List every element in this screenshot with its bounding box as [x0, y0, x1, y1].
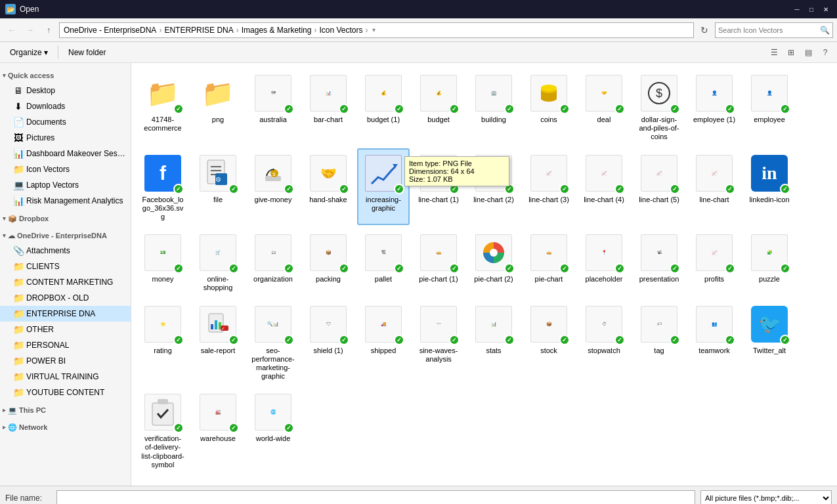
file-item-profits[interactable]: 📈 profits: [688, 228, 740, 296]
back-button[interactable]: ←: [4, 22, 20, 38]
file-item-shipped[interactable]: 🚚 shipped: [357, 299, 410, 385]
sidebar-item-attachments[interactable]: 📎 Attachments: [0, 243, 131, 259]
file-item-line-chart[interactable]: 📈 line-chart: [688, 148, 740, 226]
file-item-organization[interactable]: 🗂 organization: [247, 228, 299, 296]
sidebar-item-content-marketing[interactable]: 📁 CONTENT MARKETING: [0, 274, 131, 290]
file-item-stopwatch[interactable]: ⏱ stopwatch: [578, 299, 630, 385]
search-input[interactable]: [718, 26, 817, 34]
path-onedrive[interactable]: OneDrive - EnterpriseDNA: [64, 26, 156, 35]
file-item-puzzle[interactable]: 🧩 puzzle: [743, 228, 796, 296]
path-icon-vectors[interactable]: Icon Vectors: [319, 26, 362, 35]
address-path[interactable]: OneDrive - EnterpriseDNA › ENTERPRISE DN…: [59, 22, 694, 38]
file-item-verification[interactable]: verification-of-delivery-list-clipboard-…: [137, 387, 189, 473]
file-item-money[interactable]: 💵 money: [137, 228, 189, 296]
file-item-sale-report[interactable]: ✓ sale-report: [192, 299, 244, 385]
file-item-building[interactable]: 🏢 building: [467, 68, 520, 146]
sidebar-item-dashboard[interactable]: 📊 Dashboard Makeover Session: [0, 146, 131, 161]
sidebar-item-dropbox-old[interactable]: 📁 DROPBOX - OLD: [0, 290, 131, 306]
file-item-line-chart1[interactable]: 📈 line-chart (1): [412, 148, 465, 226]
file-area[interactable]: 📁 41748-ecommerce 📁 png 🗺 australia: [131, 63, 837, 486]
file-item-coins[interactable]: coins: [523, 68, 575, 146]
file-item-sine-waves[interactable]: 〰 sine-waves-analysis: [412, 299, 465, 385]
up-button[interactable]: ↑: [41, 22, 56, 38]
file-item-pallet[interactable]: 🏗 pallet: [357, 228, 410, 296]
path-images-marketing[interactable]: Images & Marketing: [242, 26, 312, 35]
file-item-seo-performance[interactable]: 🔍📊 seo-performance-marketing-graphic: [247, 299, 299, 385]
file-item-hand-shake[interactable]: 🤝 hand-shake: [302, 148, 354, 226]
sidebar-item-clients[interactable]: 📁 CLIENTS: [0, 259, 131, 274]
file-item-stock[interactable]: 📦 stock: [523, 299, 575, 385]
file-item-packing[interactable]: 📦 packing: [302, 228, 354, 296]
forward-button[interactable]: →: [22, 22, 38, 38]
sidebar-item-power-bi[interactable]: 📁 POWER BI: [0, 353, 131, 369]
file-item-increasing-graphic[interactable]: increasing-graphic Item type: PNG File D…: [357, 148, 410, 226]
sidebar-item-virtual-training[interactable]: 📁 VIRTUAL TRAINING: [0, 369, 131, 385]
file-item-pie-chart[interactable]: 🥧 pie-chart: [523, 228, 575, 296]
file-item-warehouse[interactable]: 🏭 warehouse: [192, 387, 244, 473]
sidebar-item-youtube-content[interactable]: 📁 YOUTUBE CONTENT: [0, 385, 131, 400]
minimize-button[interactable]: ─: [791, 3, 803, 15]
sidebar-item-enterprise-dna[interactable]: 📁 ENTERPRISE DNA: [0, 306, 131, 322]
view-details-button[interactable]: ▤: [800, 45, 816, 60]
sidebar-item-other[interactable]: 📁 OTHER: [0, 322, 131, 337]
view-grid-button[interactable]: ⊞: [783, 45, 799, 60]
view-help-button[interactable]: ?: [817, 45, 833, 60]
file-item-png[interactable]: 📁 png: [192, 68, 244, 146]
organize-button[interactable]: Organize ▾: [4, 45, 54, 60]
file-item-presentation[interactable]: 📽 presentation: [633, 228, 685, 296]
sidebar-item-downloads[interactable]: ⬇ Downloads 📌: [0, 98, 131, 114]
file-item-pie-chart1[interactable]: 🥧 pie-chart (1): [412, 228, 465, 296]
file-item-dollar-sign[interactable]: $ dollar-sign-and-piles-of-coins: [633, 68, 685, 146]
file-item-pie-chart2[interactable]: pie-chart (2): [467, 228, 520, 296]
quick-access-header[interactable]: ▾ Quick access: [0, 68, 131, 83]
sidebar-item-pictures[interactable]: 🖼 Pictures 📌: [0, 130, 131, 146]
file-icon-wrapper: 📈: [418, 152, 460, 194]
file-item-rating[interactable]: ⭐ rating: [137, 299, 189, 385]
file-item-employee1[interactable]: 👤 employee (1): [688, 68, 740, 146]
file-item-teamwork[interactable]: 👥 teamwork: [688, 299, 740, 385]
path-enterprise-dna[interactable]: ENTERPRISE DNA: [164, 26, 233, 35]
file-item-australia[interactable]: 🗺 australia: [247, 68, 299, 146]
sidebar-item-laptop-vectors[interactable]: 💻 Laptop Vectors: [0, 177, 131, 193]
filename-input[interactable]: [56, 490, 695, 505]
file-item-line-chart4[interactable]: 📈 line-chart (4): [578, 148, 630, 226]
sidebar-item-risk-mgmt[interactable]: 📊 Risk Management Analytics: [0, 193, 131, 209]
file-item-twitter[interactable]: 🐦 Twitter_alt: [743, 299, 796, 385]
file-item-facebook[interactable]: f Facebook_logo_36x36.svg: [137, 148, 189, 226]
view-list-button[interactable]: ☰: [766, 45, 782, 60]
sidebar-item-documents[interactable]: 📄 Documents 📌: [0, 114, 131, 130]
file-item-world-wide[interactable]: 🌐 world-wide: [247, 387, 299, 473]
file-item-tag[interactable]: 🏷 tag: [633, 299, 685, 385]
sidebar-item-icon-vectors[interactable]: 📁 Icon Vectors: [0, 161, 131, 177]
file-item-online-shopping[interactable]: 🛒 online-shopping: [192, 228, 244, 296]
window-controls[interactable]: ─ □ ✕: [791, 3, 832, 15]
file-item-ecommerce[interactable]: 📁 41748-ecommerce: [137, 68, 189, 146]
file-item-placeholder[interactable]: 📍 placeholder: [578, 228, 630, 296]
maximize-button[interactable]: □: [805, 3, 817, 15]
sidebar-item-personal[interactable]: 📁 PERSONAL: [0, 337, 131, 353]
file-item-budget[interactable]: 💰 budget: [412, 68, 465, 146]
onedrive-icon: ☁: [8, 232, 15, 240]
file-item-line-chart3[interactable]: 📈 line-chart (3): [523, 148, 575, 226]
sidebar-item-desktop[interactable]: 🖥 Desktop 📌: [0, 83, 131, 98]
file-item-shield1[interactable]: 🛡 shield (1): [302, 299, 354, 385]
file-item-stats[interactable]: 📊 stats: [467, 299, 520, 385]
filetype-select[interactable]: All picture files (*.bmp;*.dib;...: [700, 490, 832, 505]
file-item-bar-chart[interactable]: 📊 bar-chart: [302, 68, 354, 146]
file-item-give-money[interactable]: $ give-money: [247, 148, 299, 226]
file-item-line-chart2[interactable]: 📈 line-chart (2): [467, 148, 520, 226]
dropbox-header[interactable]: ▾ 📦 Dropbox: [0, 211, 131, 226]
file-item-linkedin[interactable]: in linkedin-icon: [743, 148, 796, 226]
file-item-deal[interactable]: 🤝 deal: [578, 68, 630, 146]
file-item-line-chart5[interactable]: 📈 line-chart (5): [633, 148, 685, 226]
refresh-button[interactable]: ↻: [697, 22, 712, 38]
onedrive-header[interactable]: ▾ ☁ OneDrive - EnterpriseDNA: [0, 228, 131, 243]
close-button[interactable]: ✕: [820, 3, 832, 15]
file-item-budget1[interactable]: 💰 budget (1): [357, 68, 410, 146]
file-item-employee[interactable]: 👤 employee: [743, 68, 796, 146]
network-header[interactable]: ▸ 🌐 Network: [0, 420, 131, 434]
file-item-file[interactable]: ⚙ file: [192, 148, 244, 226]
path-chevron[interactable]: ▾: [371, 26, 377, 33]
this-pc-header[interactable]: ▸ 💻 This PC: [0, 403, 131, 417]
new-folder-button[interactable]: New folder: [62, 45, 112, 60]
